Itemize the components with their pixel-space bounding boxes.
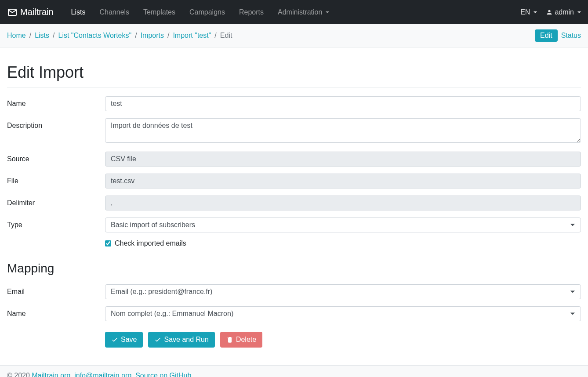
row-file: File [7,174,581,188]
checkbox-check-emails[interactable] [105,240,111,246]
row-delimiter: Delimiter [7,196,581,210]
save-button-label: Save [121,336,137,344]
lang-selector[interactable]: EN [520,8,537,16]
row-type: Type Basic import of subscribers [7,218,581,232]
breadcrumb-sep: / [167,32,169,40]
nav-reports[interactable]: Reports [239,8,264,16]
input-source [105,152,581,167]
row-check-emails: Check imported emails [7,239,581,247]
input-file [105,174,581,188]
nav-right: EN admin [520,8,581,16]
tabs: Edit Status [535,29,581,42]
user-icon [546,9,553,16]
check-icon [154,336,161,343]
nav-lists[interactable]: Lists [71,8,86,16]
tab-status[interactable]: Status [561,29,581,42]
delete-button-label: Delete [236,336,256,344]
save-run-button-label: Save and Run [164,336,208,344]
check-icon [111,336,118,343]
breadcrumb-import-test[interactable]: Import "test" [173,32,211,40]
select-mapping-email[interactable]: Email (e.g.: president@france.fr) [105,284,581,299]
trash-icon [226,336,233,343]
main-content: Edit Import Name Description Import de d… [0,47,588,362]
nav-templates[interactable]: Templates [143,8,175,16]
nav-administration[interactable]: Administration [278,8,329,16]
row-description: Description Import de données de test [7,118,581,145]
footer-link-github[interactable]: Source on GitHub [135,372,191,377]
page-title: Edit Import [7,63,581,82]
breadcrumb-current: Edit [220,32,232,40]
user-name: admin [555,8,574,16]
divider [7,87,581,87]
label-file: File [7,174,105,185]
mapping-title: Mapping [7,261,581,276]
select-type[interactable]: Basic import of subscribers [105,218,581,232]
breadcrumb-lists[interactable]: Lists [35,32,49,40]
breadcrumb-sep: / [29,32,31,40]
textarea-description[interactable]: Import de données de test [105,118,581,143]
select-mapping-name[interactable]: Nom complet (e.g.: Emmanuel Macron) [105,306,581,321]
label-description: Description [7,118,105,130]
row-buttons: Save Save and Run Delete [7,328,581,348]
delete-button[interactable]: Delete [220,332,262,348]
label-delimiter: Delimiter [7,196,105,207]
brand[interactable]: Mailtrain [7,7,54,18]
input-delimiter [105,196,581,210]
label-name: Name [7,96,105,108]
breadcrumb-home[interactable]: Home [7,32,26,40]
breadcrumb-sep: / [53,32,54,40]
label-mapping-email: Email [7,284,105,296]
row-mapping-email: Email Email (e.g.: president@france.fr) [7,284,581,299]
nav-links: Lists Channels Templates Campaigns Repor… [71,8,521,16]
save-run-button[interactable]: Save and Run [148,332,214,348]
row-mapping-name: Name Nom complet (e.g.: Emmanuel Macron) [7,306,581,321]
breadcrumb-imports[interactable]: Imports [141,32,164,40]
label-check-emails: Check imported emails [115,239,186,247]
label-source: Source [7,152,105,163]
row-source: Source [7,152,581,167]
breadcrumb: Home / Lists / List "Contacts Worteks" /… [7,32,535,40]
nav-channels[interactable]: Channels [99,8,129,16]
brand-text: Mailtrain [20,7,54,17]
subheader: Home / Lists / List "Contacts Worteks" /… [0,24,588,47]
footer-link-email[interactable]: info@mailtrain.org [74,372,131,377]
footer: © 2020 Mailtrain.org, info@mailtrain.org… [0,365,588,377]
user-menu[interactable]: admin [546,8,581,16]
breadcrumb-sep: / [214,32,216,40]
envelope-icon [7,7,18,18]
row-name: Name [7,96,581,111]
input-name[interactable] [105,96,581,111]
nav-campaigns[interactable]: Campaigns [189,8,225,16]
breadcrumb-sep: / [135,32,137,40]
breadcrumb-list-contacts[interactable]: List "Contacts Worteks" [58,32,132,40]
label-type: Type [7,218,105,229]
footer-copyright: © 2020 [7,372,32,377]
label-mapping-name: Name [7,306,105,318]
tab-edit[interactable]: Edit [535,29,558,42]
save-button[interactable]: Save [105,332,143,348]
footer-link-site[interactable]: Mailtrain.org [32,372,70,377]
navbar: Mailtrain Lists Channels Templates Campa… [0,0,588,24]
